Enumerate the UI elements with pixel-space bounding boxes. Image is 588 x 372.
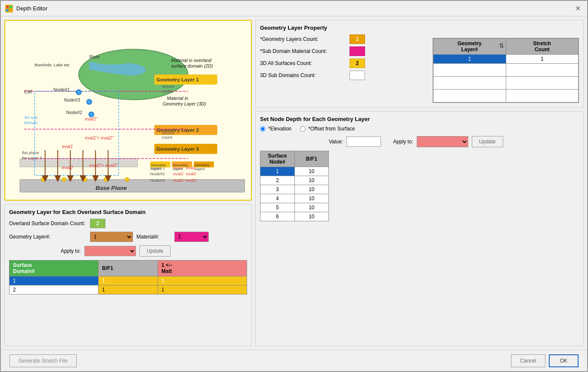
left-panel: Base Plane flat plane for Layer 3 Materi… [4, 20, 252, 346]
value-label: Value: [329, 139, 343, 145]
node-table-row[interactable]: 1 10 [260, 167, 329, 176]
lower-left-title: Geometry Layer for Each Overland Surface… [9, 209, 247, 215]
svg-point-26 [76, 90, 81, 95]
svg-text:River: River [89, 54, 100, 59]
svg-text:eval1'': eval1'' [173, 178, 185, 183]
sub-domain-count-row: *Sub Domain Material Count: [260, 46, 426, 56]
node-depth-table: SurfaceNode# B/F1 1 10 2 10 [260, 151, 329, 221]
col-node-bf1: B/F1 [294, 151, 328, 167]
generate-stretch-button[interactable]: Generate Stretch File [9, 354, 77, 367]
elevation-label: *Elevation [268, 126, 291, 132]
cancel-button[interactable]: Cancel [511, 354, 545, 367]
domain-cell: 2 [9, 285, 99, 294]
ok-button[interactable]: OK [549, 354, 579, 367]
svg-text:Geometry Layer (3D): Geometry Layer (3D) [163, 101, 206, 106]
svg-text:eval2'': eval2'' [186, 178, 198, 183]
sub-domain-count-label: *Sub Domain Material Count: [260, 48, 346, 54]
node-bf1-cell: 10 [294, 185, 328, 194]
geometry-layer-row: Geometry Layer#: 1 Material#: 1 [9, 232, 247, 242]
apply-to-label: Apply to: [61, 248, 81, 254]
apply-to-dropdown[interactable] [84, 246, 136, 256]
sub-domains-count-label: 3D Sub Domains Count: [260, 72, 346, 78]
geometry-layer-property: Geometry Layer Property *Geometry Layers… [255, 20, 584, 108]
material-label: Material#: [136, 234, 171, 240]
svg-point-30 [87, 99, 92, 105]
svg-text:eval1': eval1' [173, 171, 184, 176]
node-apply-to-dropdown[interactable] [417, 136, 468, 147]
node-cell: 2 [260, 176, 295, 185]
svg-text:Geometry Layer 1: Geometry Layer 1 [156, 77, 199, 82]
table-row[interactable]: 1 1 1 [9, 276, 247, 285]
radio-row: *Elevation *Offset from Surface [260, 126, 579, 132]
set-node-depth: Set Node Depth for Each Geometry Layer *… [255, 111, 584, 346]
footer: Generate Stretch File Cancel OK [1, 350, 587, 371]
domain-table: SurfaceDomain# B/F1 1 <--Matl 1 1 1 2 [9, 260, 247, 294]
sub-domain-count-value [350, 46, 365, 56]
col-node: SurfaceNode# [260, 151, 295, 167]
node-update-button[interactable]: Update [472, 136, 503, 147]
svg-point-32 [41, 177, 45, 182]
node-bf1-cell: 10 [294, 212, 328, 221]
node-table-row[interactable]: 6 10 [260, 212, 329, 221]
all-surfaces-count-value: 2 [350, 59, 365, 68]
svg-text:stretch: stretch [162, 130, 174, 135]
main-content: Base Plane flat plane for Layer 3 Materi… [1, 16, 587, 350]
elevation-option[interactable]: *Elevation [260, 126, 291, 132]
geometry-layer-dropdown[interactable]: 1 [90, 232, 133, 242]
node-cell: 3 [260, 185, 295, 194]
svg-text:Geometry: Geometry [173, 163, 187, 167]
geom-table-empty-row2 [433, 77, 579, 90]
node-cell: 6 [260, 212, 295, 221]
svg-text:flat plane: flat plane [22, 150, 39, 155]
node-cell: 5 [260, 203, 295, 212]
svg-marker-5 [20, 180, 244, 192]
sub-domains-count-row: 3D Sub Domains Count: [260, 71, 426, 80]
svg-text:stretch: stretch [162, 84, 174, 89]
svg-text:Cliff: Cliff [24, 89, 32, 94]
node-table-row[interactable]: 2 10 [260, 176, 329, 185]
svg-rect-1 [9, 6, 12, 8]
geom-layer-cell: 1 [433, 55, 506, 64]
node-table-row[interactable]: 3 10 [260, 185, 329, 194]
svg-point-33 [62, 177, 66, 182]
svg-text:surface domain (2D): surface domain (2D) [171, 63, 213, 68]
update-button[interactable]: Update [139, 245, 171, 257]
svg-text:Node#2: Node#2 [66, 110, 83, 115]
right-panel: Geometry Layer Property *Geometry Layers… [255, 20, 584, 346]
geom-layers-count-value: 1 [350, 34, 365, 44]
node-bf1-cell: 10 [294, 194, 328, 203]
svg-text:Node#2: Node#2 [150, 171, 165, 176]
svg-text:Borehole, Lake etc: Borehole, Lake etc [34, 62, 69, 67]
node-table-row[interactable]: 5 10 [260, 203, 329, 212]
geom-layers-count-row: *Geometry Layers Count: 1 [260, 34, 426, 44]
close-button[interactable]: ✕ [573, 3, 583, 14]
offset-label: *Offset from Surface [308, 126, 355, 132]
svg-text:eval1'= eval2'': eval1'= eval2'' [85, 135, 115, 140]
offset-option[interactable]: *Offset from Surface [300, 126, 355, 132]
svg-text:eval2'= eval3'': eval2'= eval3'' [89, 163, 118, 168]
geometry-layer-label: Geometry Layer#: [9, 234, 87, 240]
value-input[interactable] [347, 136, 381, 147]
domain-cell: 1 [9, 276, 99, 285]
overland-count-row: Overland Surface Domain Count: 2 [9, 219, 247, 228]
offset-radio[interactable] [300, 126, 306, 132]
svg-rect-2 [6, 9, 9, 12]
col-matl: 1 <--Matl [158, 260, 247, 276]
elevation-radio[interactable] [260, 126, 266, 132]
matl-cell: 1 [158, 276, 247, 285]
app-icon [5, 5, 13, 12]
set-node-depth-title: Set Node Depth for Each Geometry Layer [260, 116, 579, 122]
bf1-cell: 1 [99, 276, 158, 285]
col-stretch-count: StretchCount [506, 39, 579, 55]
material-dropdown[interactable]: 1 [174, 232, 209, 242]
node-table-row[interactable]: 4 10 [260, 194, 329, 203]
table-row[interactable]: 2 1 1 [9, 285, 247, 294]
geom-table-row[interactable]: 1 1 [433, 55, 579, 64]
svg-text:eval1'': eval1'' [85, 116, 99, 121]
svg-text:eval2': eval2' [186, 171, 197, 176]
bf1-cell: 1 [99, 285, 158, 294]
all-surfaces-count-row: 3D All Surfaces Count: 2 [260, 59, 426, 68]
svg-text:Layer3: Layer3 [195, 167, 205, 171]
svg-text:Node#1: Node#1 [53, 87, 70, 92]
svg-text:Material in: Material in [167, 96, 188, 101]
